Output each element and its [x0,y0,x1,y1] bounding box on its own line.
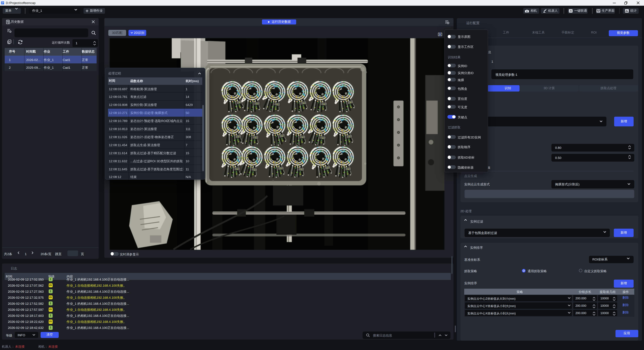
svg-text:AI: AI [569,9,572,12]
